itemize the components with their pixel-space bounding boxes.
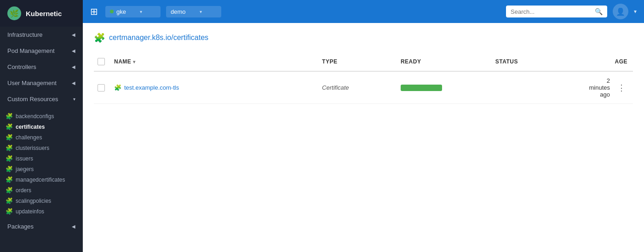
puzzle-icon: 🧩 (6, 134, 13, 141)
sidebar-item-managedcertificates[interactable]: 🧩 managedcertificates (0, 174, 83, 185)
sidebar-item-updateinfos[interactable]: 🧩 updateinfos (0, 206, 83, 217)
puzzle-icon: 🧩 (6, 208, 13, 215)
sidebar-logo[interactable]: 🌿 Kubernetic (0, 0, 83, 27)
header-puzzle-icon: 🧩 (94, 32, 105, 43)
sidebar-item-scalingpolicies[interactable]: 🧩 scalingpolicies (0, 195, 83, 206)
row-more-button[interactable]: ⋮ (615, 83, 627, 93)
chevron-icon: ◀ (72, 32, 75, 37)
select-all-checkbox[interactable] (98, 58, 105, 65)
puzzle-icon: 🧩 (6, 176, 13, 183)
user-avatar[interactable]: 👤 (613, 4, 628, 19)
col-header-status: STATUS (490, 52, 584, 71)
select-all-header[interactable] (94, 52, 109, 71)
search-box: 🔍 (506, 6, 607, 17)
search-input[interactable] (511, 8, 592, 15)
apps-grid-icon[interactable]: ⊞ (90, 6, 98, 17)
puzzle-icon: 🧩 (6, 144, 13, 151)
ready-bar (401, 85, 442, 91)
sidebar-item-backendconfigs[interactable]: 🧩 backendconfigs (0, 111, 83, 121)
chevron-down-icon: ▾ (200, 9, 202, 14)
resource-table: NAME ▾ TYPE READY STATUS (94, 52, 633, 104)
puzzle-icon: 🧩 (6, 187, 13, 194)
app-name: Kubernetic (26, 10, 62, 17)
sidebar-item-pod-management[interactable]: Pod Management ◀ (0, 43, 83, 59)
page-title: certmanager.k8s.io/certificates (109, 34, 208, 42)
chevron-icon: ◀ (72, 48, 75, 53)
row-checkbox-cell[interactable] (94, 71, 109, 104)
namespace-selector[interactable]: demo ▾ (166, 6, 221, 17)
main-area: ⊞ gke ▾ demo ▾ 🔍 👤 ▾ 🧩 certmanager.k8s.i… (83, 0, 644, 252)
chevron-icon: ◀ (72, 64, 75, 69)
sidebar-item-controllers[interactable]: Controllers ◀ (0, 59, 83, 75)
chevron-down-icon: ▾ (73, 97, 75, 102)
sidebar: 🌿 Kubernetic Infrastructure ◀ Pod Manage… (0, 0, 83, 252)
app-logo-icon: 🌿 (7, 6, 21, 20)
resource-link[interactable]: 🧩 test.example.com-tls (114, 84, 311, 91)
row-type-cell: Certificate (316, 71, 395, 104)
puzzle-icon: 🧩 (6, 155, 13, 162)
sidebar-item-issuers[interactable]: 🧩 issuers (0, 153, 83, 164)
chevron-icon: ◀ (72, 224, 75, 229)
row-name-cell: 🧩 test.example.com-tls (109, 71, 316, 104)
sidebar-item-clusterissuers[interactable]: 🧩 clusterissuers (0, 143, 83, 153)
content-area: 🧩 certmanager.k8s.io/certificates NAME ▾ (83, 23, 644, 252)
chevron-down-icon: ▾ (140, 9, 142, 14)
search-icon: 🔍 (595, 8, 603, 15)
puzzle-icon: 🧩 (6, 166, 13, 172)
resource-puzzle-icon: 🧩 (114, 84, 121, 91)
col-header-name[interactable]: NAME ▾ (109, 52, 316, 71)
sidebar-item-infrastructure[interactable]: Infrastructure ◀ (0, 27, 83, 43)
sort-icon: ▾ (133, 59, 136, 64)
sidebar-item-user-management[interactable]: User Management ◀ (0, 75, 83, 91)
col-header-ready: READY (395, 52, 490, 71)
puzzle-icon: 🧩 (6, 123, 13, 130)
sidebar-item-packages[interactable]: Packages ◀ (0, 218, 83, 235)
sidebar-item-custom-resources[interactable]: Custom Resources ▾ (0, 91, 83, 107)
cluster-selector[interactable]: gke ▾ (105, 6, 161, 17)
topbar: ⊞ gke ▾ demo ▾ 🔍 👤 ▾ (83, 0, 644, 23)
sidebar-item-challenges[interactable]: 🧩 challenges (0, 132, 83, 143)
row-status-cell (490, 71, 584, 104)
sidebar-item-jaegers[interactable]: 🧩 jaegers (0, 164, 83, 174)
row-ready-cell (395, 71, 490, 104)
sidebar-item-orders[interactable]: 🧩 orders (0, 185, 83, 195)
row-age-cell: 2 minutes ago ⋮ (583, 71, 633, 104)
row-checkbox[interactable] (98, 84, 105, 92)
table-row: 🧩 test.example.com-tls Certificate (94, 71, 633, 104)
col-header-type: TYPE (316, 52, 395, 71)
col-header-age: AGE (583, 52, 633, 71)
puzzle-icon: 🧩 (6, 113, 13, 120)
puzzle-icon: 🧩 (6, 197, 13, 204)
user-chevron-icon[interactable]: ▾ (634, 8, 637, 15)
cluster-status-dot (110, 10, 114, 13)
sidebar-item-certificates[interactable]: 🧩 certificates (0, 121, 83, 132)
content-header: 🧩 certmanager.k8s.io/certificates (94, 32, 633, 43)
custom-resources-section: 🧩 backendconfigs 🧩 certificates 🧩 challe… (0, 107, 83, 218)
chevron-icon: ◀ (72, 80, 75, 86)
